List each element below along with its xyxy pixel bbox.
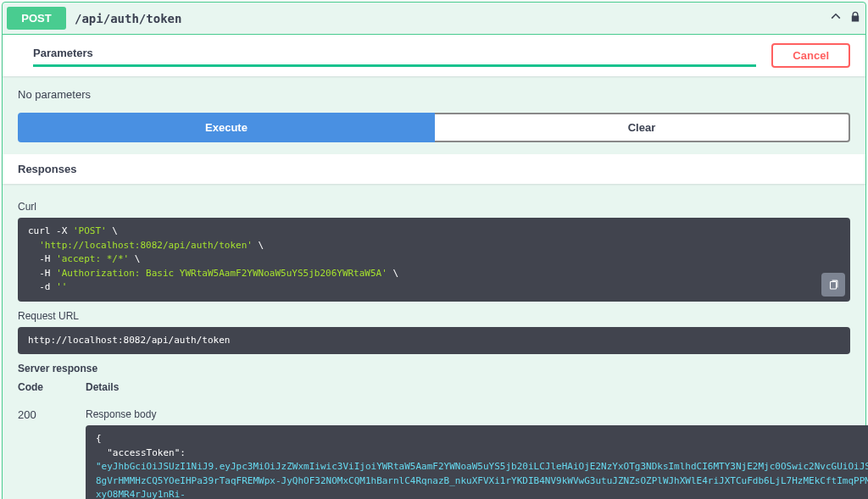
- request-url-label: Request URL: [18, 310, 850, 322]
- responses-content: Curl curl -X 'POST' \ 'http://localhost:…: [3, 184, 865, 499]
- execute-button[interactable]: Execute: [18, 113, 435, 142]
- details-column-header: Details: [86, 381, 868, 393]
- parameters-tab[interactable]: Parameters: [33, 47, 756, 67]
- responses-section-header: Responses: [3, 154, 865, 184]
- copy-curl-button[interactable]: [821, 273, 845, 297]
- lock-icon[interactable]: [849, 10, 861, 26]
- response-body-block: { "accessToken": "eyJhbGciOiJSUzI1NiJ9.e…: [86, 425, 868, 499]
- request-url-block: http://localhost:8082/api/auth/token: [18, 327, 850, 355]
- cancel-button[interactable]: Cancel: [771, 43, 850, 68]
- status-code: 200: [18, 408, 62, 421]
- http-method-badge: POST: [7, 7, 66, 30]
- responses-heading: Responses: [18, 163, 850, 175]
- no-parameters-text: No parameters: [3, 76, 865, 113]
- svg-rect-0: [831, 281, 837, 288]
- parameters-section-header: Parameters Cancel: [3, 35, 865, 76]
- clear-button[interactable]: Clear: [435, 113, 850, 142]
- operation-body: Parameters Cancel No parameters Execute …: [3, 35, 865, 499]
- server-response-label: Server response: [18, 363, 850, 374]
- copy-icon: [827, 279, 839, 291]
- response-table: Code 200 Details Response body { "access…: [18, 381, 850, 499]
- action-button-row: Execute Clear: [3, 113, 865, 154]
- api-operation-block: POST /api/auth/token Parameters Cancel N…: [2, 2, 866, 499]
- chevron-up-icon[interactable]: [829, 10, 843, 26]
- code-column-header: Code: [18, 381, 62, 393]
- response-body-label: Response body: [86, 408, 868, 420]
- curl-code-block: curl -X 'POST' \ 'http://localhost:8082/…: [18, 218, 850, 302]
- endpoint-path: /api/auth/token: [75, 12, 822, 25]
- endpoint-summary[interactable]: POST /api/auth/token: [3, 3, 865, 35]
- curl-label: Curl: [18, 201, 850, 213]
